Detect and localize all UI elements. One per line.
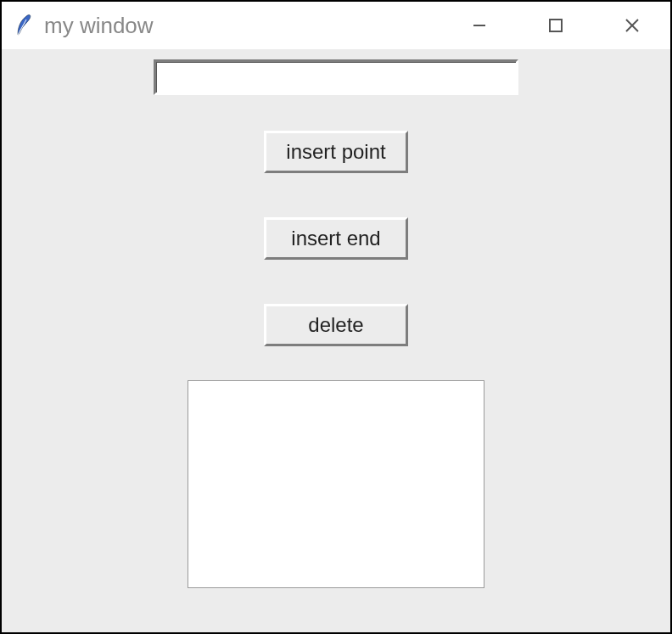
insert-point-button[interactable]: insert point [264,131,408,173]
titlebar[interactable]: my window [2,2,670,49]
app-window: my window insert point insert end delete [0,0,672,634]
svg-rect-1 [550,20,562,31]
window-title: my window [44,13,441,39]
window-controls [441,2,670,49]
maximize-button[interactable] [518,2,594,49]
entry-input[interactable] [154,59,518,95]
delete-button[interactable]: delete [264,304,408,346]
text-output[interactable] [188,380,484,588]
feather-icon [14,14,34,37]
insert-end-button[interactable]: insert end [264,217,408,260]
minimize-button[interactable] [441,2,518,49]
client-area: insert point insert end delete [2,49,670,632]
close-button[interactable] [594,2,670,49]
